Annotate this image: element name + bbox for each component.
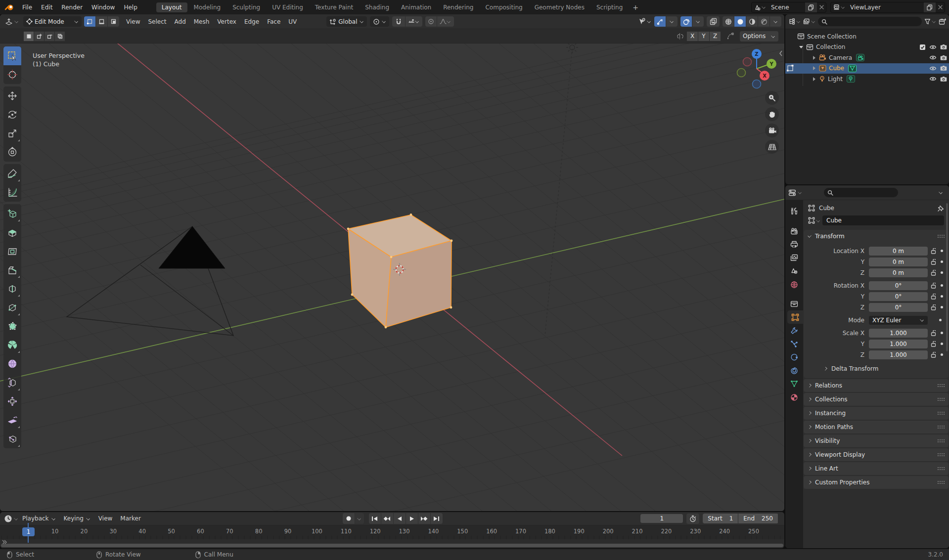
lock-open-icon[interactable] — [931, 341, 936, 347]
menu-view[interactable]: View — [122, 18, 144, 25]
animate-dot[interactable] — [941, 250, 943, 252]
workspace-tab-sculpting[interactable]: Sculpting — [227, 2, 266, 12]
outliner-row-scene-collection[interactable]: Scene Collection — [785, 31, 949, 42]
camera-view-button[interactable] — [765, 124, 779, 137]
lock-open-icon[interactable] — [931, 248, 936, 254]
tool-knife[interactable] — [3, 298, 21, 317]
tool-annotate[interactable] — [3, 164, 21, 183]
select-subtract-button[interactable] — [45, 32, 54, 41]
tool-add-cube[interactable] — [3, 204, 21, 223]
disclosure-closed-icon[interactable] — [813, 66, 815, 70]
panel-grip[interactable] — [937, 411, 945, 415]
panel-motion-paths[interactable]: Motion Paths — [804, 421, 949, 433]
menu-mesh[interactable]: Mesh — [190, 18, 214, 25]
tool-spin[interactable] — [3, 336, 21, 354]
panel-instancing[interactable]: Instancing — [804, 407, 949, 420]
previous-keyframe-button[interactable] — [381, 513, 393, 524]
tool-move[interactable] — [3, 86, 21, 105]
menu-select[interactable]: Select — [144, 18, 170, 25]
disclosure-open-icon[interactable] — [799, 46, 803, 48]
tab-scene[interactable] — [785, 264, 803, 278]
lock-open-icon[interactable] — [931, 270, 936, 276]
shading-dropdown[interactable] — [770, 16, 781, 27]
animate-dot[interactable] — [941, 332, 943, 334]
gizmos-dropdown[interactable] — [666, 16, 678, 27]
shading-solid-button[interactable] — [734, 16, 746, 27]
lock-open-icon[interactable] — [931, 259, 936, 265]
timeline-track-area[interactable] — [0, 539, 784, 548]
tool-loop-cut[interactable] — [3, 279, 21, 298]
panel-custom-properties[interactable]: Custom Properties — [804, 476, 949, 489]
tool-cursor[interactable] — [3, 65, 21, 84]
tab-constraints[interactable] — [785, 364, 803, 377]
tool-scale[interactable] — [3, 124, 21, 143]
tab-tool[interactable] — [785, 204, 803, 217]
tool-edge-slide[interactable] — [3, 373, 21, 392]
remove-viewlayer-button[interactable] — [936, 5, 945, 9]
show-object-types-dropdown[interactable] — [638, 18, 651, 25]
menu-view[interactable]: View — [94, 515, 116, 522]
lock-open-icon[interactable] — [931, 294, 936, 300]
outliner-display-mode[interactable] — [788, 18, 801, 25]
gizmo-minus-y-ball[interactable] — [737, 69, 746, 77]
tab-modifiers[interactable] — [785, 324, 803, 337]
start-frame-field[interactable]: Start1 — [703, 514, 738, 523]
menu-render[interactable]: Render — [57, 4, 87, 11]
new-collection-icon[interactable] — [939, 18, 946, 25]
panel-grip[interactable] — [937, 467, 945, 471]
outliner-filter-dropdown[interactable] — [924, 18, 936, 25]
disable-render-icon[interactable] — [940, 55, 947, 61]
panel-grip[interactable] — [937, 384, 945, 388]
tab-world[interactable] — [785, 278, 803, 291]
shading-wireframe-button[interactable] — [723, 16, 734, 27]
workspace-tab-animation[interactable]: Animation — [396, 2, 437, 12]
hide-eye-icon[interactable] — [929, 44, 937, 50]
scale-z-field[interactable]: 1.000 — [869, 350, 928, 359]
gizmo-minus-z-ball[interactable] — [753, 80, 761, 88]
outliner-row-cube[interactable]: Cube — [785, 63, 949, 74]
panel-relations[interactable]: Relations — [804, 379, 949, 392]
scale-x-field[interactable]: 1.000 — [869, 329, 928, 338]
tab-particles[interactable] — [785, 337, 803, 350]
outliner-row-camera[interactable]: Camera — [785, 52, 949, 63]
tab-render[interactable] — [785, 224, 803, 238]
outliner-row-light[interactable]: Light — [785, 74, 949, 85]
disable-render-icon[interactable] — [940, 76, 947, 82]
disable-render-icon[interactable] — [940, 44, 947, 50]
options-dropdown[interactable]: Options — [740, 31, 778, 42]
lock-open-icon[interactable] — [931, 304, 936, 310]
lock-open-icon[interactable] — [931, 330, 936, 336]
rotation-z-field[interactable]: 0° — [869, 303, 928, 312]
disclosure-closed-icon[interactable] — [813, 56, 815, 60]
workspace-tab-scripting[interactable]: Scripting — [591, 2, 628, 12]
shading-material-button[interactable] — [746, 16, 758, 27]
select-set-button[interactable] — [24, 32, 34, 41]
unlink-scene-button[interactable] — [817, 5, 826, 9]
animate-dot[interactable] — [941, 295, 943, 298]
new-viewlayer-button[interactable] — [924, 2, 936, 12]
lock-open-icon[interactable] — [931, 352, 936, 358]
properties-search-field[interactable] — [824, 188, 898, 197]
disable-render-icon[interactable] — [940, 65, 947, 71]
tab-collection[interactable] — [785, 297, 803, 310]
workspace-tab-modeling[interactable]: Modeling — [188, 2, 226, 12]
panel-visibility[interactable]: Visibility — [804, 434, 949, 447]
panel-line-art[interactable]: Line Art — [804, 462, 949, 475]
current-frame-indicator[interactable]: 1 — [22, 527, 35, 536]
checkbox-checked-icon[interactable] — [919, 44, 926, 50]
animate-dot[interactable] — [941, 306, 943, 308]
properties-scrollbar[interactable] — [946, 203, 948, 351]
panel-grip[interactable] — [937, 453, 945, 457]
select-intersect-button[interactable] — [55, 32, 65, 41]
rotation-y-field[interactable]: 0° — [869, 292, 928, 301]
panel-viewport-display[interactable]: Viewport Display — [804, 448, 949, 461]
mirror-x-button[interactable]: X — [687, 32, 698, 41]
timeline-scrollbar[interactable] — [1, 544, 783, 547]
transform-orientation-dropdown[interactable]: Global — [326, 16, 366, 27]
tool-smooth[interactable] — [3, 354, 21, 373]
timeline-editor-type[interactable] — [4, 515, 18, 523]
face-select-button[interactable] — [108, 16, 119, 27]
snap-toggle-button[interactable] — [392, 16, 405, 27]
menu-keying[interactable]: Keying — [60, 515, 94, 522]
proportional-falloff-dropdown[interactable] — [437, 16, 454, 27]
